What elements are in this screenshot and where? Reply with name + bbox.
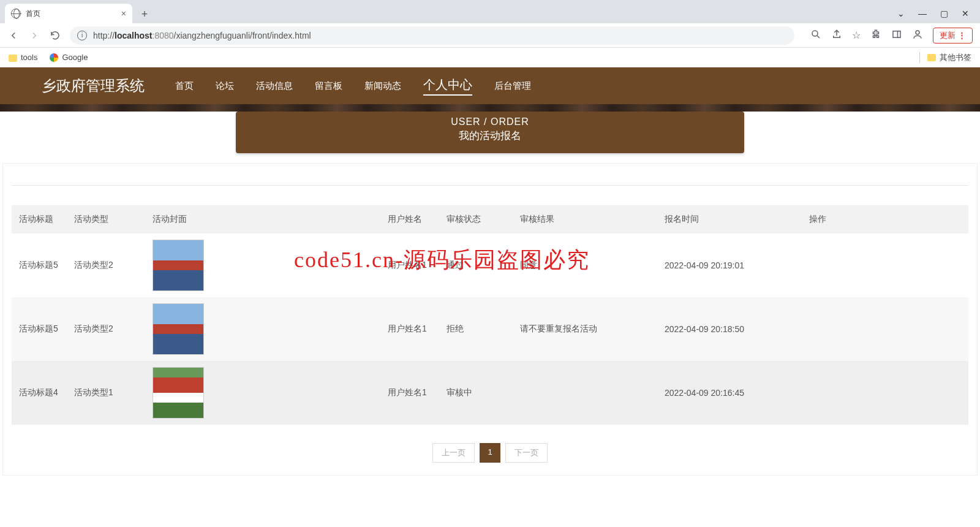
sidepanel-icon[interactable] bbox=[891, 29, 902, 42]
cell-title: 活动标题5 bbox=[12, 233, 67, 297]
url-text: http://localhost:8080/xiangzhengfuguanli… bbox=[93, 31, 311, 40]
forward-button[interactable] bbox=[28, 29, 40, 42]
col-action: 操作 bbox=[802, 205, 968, 233]
cell-time: 2022-04-09 20:19:01 bbox=[657, 233, 802, 297]
svg-rect-1 bbox=[893, 31, 900, 37]
nav-activity[interactable]: 活动信息 bbox=[256, 80, 293, 92]
maximize-icon[interactable]: ▢ bbox=[940, 9, 948, 18]
cell-type: 活动类型2 bbox=[67, 233, 145, 297]
cell-user: 用户姓名1 bbox=[380, 233, 439, 297]
hero-banner bbox=[0, 104, 980, 112]
cell-cover bbox=[145, 233, 380, 297]
col-title: 活动标题 bbox=[12, 205, 67, 233]
folder-icon bbox=[9, 55, 17, 62]
cover-thumbnail[interactable] bbox=[153, 303, 204, 355]
cell-title: 活动标题5 bbox=[12, 297, 67, 361]
cell-cover bbox=[145, 297, 380, 361]
nav-message[interactable]: 留言板 bbox=[315, 80, 342, 92]
globe-icon bbox=[11, 9, 21, 18]
google-icon bbox=[50, 53, 58, 62]
browser-tabstrip: 首页 × + ⌄ — ▢ ✕ bbox=[0, 0, 980, 23]
bookmark-other[interactable]: 其他书签 bbox=[919, 52, 971, 63]
main-content: 活动标题 活动类型 活动封面 用户姓名 审核状态 审核结果 报名时间 操作 活动… bbox=[2, 163, 978, 476]
cell-result: 同意 bbox=[513, 233, 657, 297]
header-subtitle: USER / ORDER bbox=[236, 116, 744, 127]
site-info-icon[interactable]: i bbox=[77, 31, 87, 40]
cell-action bbox=[802, 233, 968, 297]
table-row[interactable]: 活动标题4 活动类型1 用户姓名1 审核中 2022-04-09 20:16:4… bbox=[12, 361, 968, 425]
close-window-icon[interactable]: ✕ bbox=[962, 9, 969, 18]
nav-admin[interactable]: 后台管理 bbox=[494, 80, 531, 92]
col-time: 报名时间 bbox=[657, 205, 802, 233]
toolbar-right: ☆ 更新 ⋮ bbox=[810, 28, 973, 44]
browser-tab[interactable]: 首页 × bbox=[5, 4, 132, 23]
prev-page-button[interactable]: 上一页 bbox=[432, 443, 475, 463]
window-controls: ⌄ — ▢ ✕ bbox=[897, 9, 980, 23]
cover-thumbnail[interactable] bbox=[153, 240, 204, 291]
col-status: 审核状态 bbox=[439, 205, 513, 233]
divider bbox=[12, 182, 968, 186]
cell-status: 拒绝 bbox=[439, 297, 513, 361]
page-1-button[interactable]: 1 bbox=[480, 443, 500, 463]
update-button[interactable]: 更新 ⋮ bbox=[933, 28, 973, 44]
browser-toolbar: i http://localhost:8080/xiangzhengfuguan… bbox=[0, 23, 980, 48]
cell-time: 2022-04-09 20:18:50 bbox=[657, 297, 802, 361]
nav-home[interactable]: 首页 bbox=[175, 80, 194, 92]
registrations-table: 活动标题 活动类型 活动封面 用户姓名 审核状态 审核结果 报名时间 操作 活动… bbox=[12, 205, 968, 425]
cell-user: 用户姓名1 bbox=[380, 297, 439, 361]
nav-personal[interactable]: 个人中心 bbox=[423, 77, 472, 96]
cell-result bbox=[513, 361, 657, 425]
cell-user: 用户姓名1 bbox=[380, 361, 439, 425]
cell-title: 活动标题4 bbox=[12, 361, 67, 425]
back-button[interactable] bbox=[7, 29, 20, 42]
cell-type: 活动类型2 bbox=[67, 297, 145, 361]
new-tab-button[interactable]: + bbox=[136, 8, 153, 21]
nav-links: 首页 论坛 活动信息 留言板 新闻动态 个人中心 后台管理 bbox=[175, 77, 531, 96]
bookmark-tools[interactable]: tools bbox=[9, 53, 37, 62]
minimize-icon[interactable]: — bbox=[918, 9, 927, 18]
nav-news[interactable]: 新闻动态 bbox=[364, 80, 401, 92]
cell-type: 活动类型1 bbox=[67, 361, 145, 425]
bookmark-google[interactable]: Google bbox=[50, 53, 88, 63]
nav-forum[interactable]: 论坛 bbox=[216, 80, 234, 92]
table-row[interactable]: 活动标题5 活动类型2 用户姓名1 拒绝 请不要重复报名活动 2022-04-0… bbox=[12, 297, 968, 361]
cell-result: 请不要重复报名活动 bbox=[513, 297, 657, 361]
star-icon[interactable]: ☆ bbox=[852, 29, 861, 41]
chevron-down-icon[interactable]: ⌄ bbox=[897, 9, 905, 18]
reload-button[interactable] bbox=[49, 29, 61, 42]
search-icon[interactable] bbox=[810, 29, 821, 42]
site-logo[interactable]: 乡政府管理系统 bbox=[42, 76, 145, 96]
col-type: 活动类型 bbox=[67, 205, 145, 233]
profile-icon[interactable] bbox=[912, 29, 923, 42]
col-result: 审核结果 bbox=[513, 205, 657, 233]
svg-point-0 bbox=[812, 31, 818, 36]
cell-action bbox=[802, 297, 968, 361]
pagination: 上一页 1 下一页 bbox=[12, 443, 968, 463]
folder-icon bbox=[927, 54, 936, 61]
table-header-row: 活动标题 活动类型 活动封面 用户姓名 审核状态 审核结果 报名时间 操作 bbox=[12, 205, 968, 233]
cell-cover bbox=[145, 361, 380, 425]
header-title: 我的活动报名 bbox=[236, 129, 744, 143]
site-navbar: 乡政府管理系统 首页 论坛 活动信息 留言板 新闻动态 个人中心 后台管理 bbox=[0, 67, 980, 104]
svg-point-2 bbox=[916, 31, 919, 34]
col-cover: 活动封面 bbox=[145, 205, 380, 233]
cell-status: 审核中 bbox=[439, 361, 513, 425]
share-icon[interactable] bbox=[831, 29, 842, 42]
next-page-button[interactable]: 下一页 bbox=[505, 443, 548, 463]
address-bar[interactable]: i http://localhost:8080/xiangzhengfuguan… bbox=[70, 26, 794, 45]
page-header: USER / ORDER 我的活动报名 bbox=[236, 112, 744, 153]
close-tab-icon[interactable]: × bbox=[121, 9, 126, 18]
col-user: 用户姓名 bbox=[380, 205, 439, 233]
bookmarks-bar: tools Google 其他书签 bbox=[0, 48, 980, 67]
cell-action bbox=[802, 361, 968, 425]
tab-title: 首页 bbox=[26, 9, 40, 19]
extensions-icon[interactable] bbox=[870, 29, 881, 42]
cell-time: 2022-04-09 20:16:45 bbox=[657, 361, 802, 425]
cover-thumbnail[interactable] bbox=[153, 367, 204, 419]
table-row[interactable]: 活动标题5 活动类型2 用户姓名1 通过 同意 2022-04-09 20:19… bbox=[12, 233, 968, 297]
cell-status: 通过 bbox=[439, 233, 513, 297]
